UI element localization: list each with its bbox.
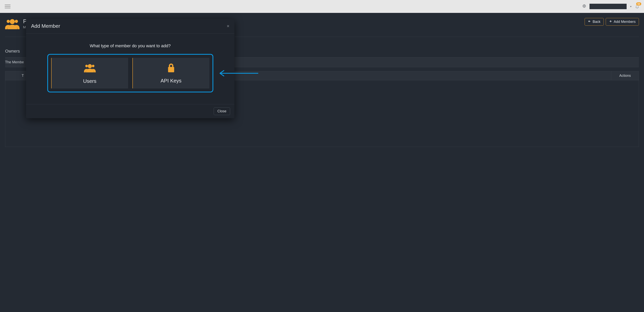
notifications-badge: 54 xyxy=(636,2,641,6)
caret-down-icon[interactable]: ▾ xyxy=(630,5,632,8)
topbar: ▾ 54 xyxy=(0,0,644,13)
modal-title: Add Member xyxy=(31,23,60,29)
choice-users[interactable]: Users xyxy=(51,58,128,88)
globe-icon[interactable] xyxy=(582,4,586,9)
close-icon[interactable]: × xyxy=(227,24,229,29)
users-icon xyxy=(84,63,96,74)
svg-point-5 xyxy=(85,65,88,67)
account-selector[interactable] xyxy=(590,4,626,9)
svg-point-6 xyxy=(92,65,94,67)
lock-icon xyxy=(167,63,176,74)
annotation-arrow xyxy=(217,69,258,77)
member-type-choices: Users API Keys xyxy=(47,54,213,92)
add-member-modal: Add Member × What type of member do you … xyxy=(26,19,234,118)
modal-backdrop: Add Member × What type of member do you … xyxy=(0,13,644,312)
choice-api-keys[interactable]: API Keys xyxy=(132,58,210,88)
bell-icon xyxy=(635,6,639,9)
svg-rect-7 xyxy=(168,67,174,72)
choice-api-keys-label: API Keys xyxy=(160,78,182,84)
choice-users-label: Users xyxy=(83,78,96,84)
modal-close-button[interactable]: Close xyxy=(214,108,230,115)
svg-point-4 xyxy=(88,64,92,68)
menu-toggle[interactable] xyxy=(5,4,10,8)
modal-question: What type of member do you want to add? xyxy=(31,43,229,48)
notifications-button[interactable]: 54 xyxy=(635,4,639,10)
